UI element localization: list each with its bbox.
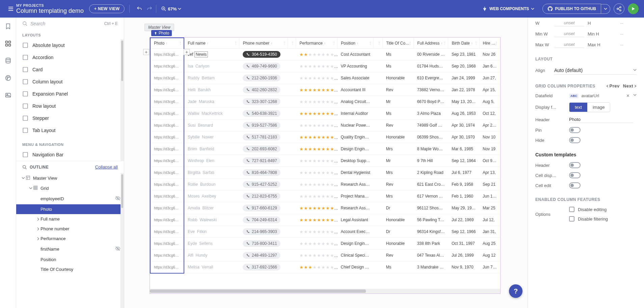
bookmark-icon[interactable] (5, 23, 11, 31)
address-cell[interactable]: 3 Mandrake Plaza (414, 261, 448, 273)
birth-cell[interactable]: Nov 9, 1970 (448, 261, 479, 273)
column-header[interactable]: ⋮ (288, 38, 296, 49)
outline-item[interactable]: Performance (16, 234, 124, 243)
title-cell[interactable]: Dr (383, 202, 414, 214)
sort-icon[interactable]: ↑ (357, 42, 358, 45)
title-cell[interactable]: Ms (383, 108, 414, 120)
name-cell[interactable]: Helli Barukh (184, 84, 239, 96)
table-row[interactable]: https://d3cg6cex… Winthrop Elen 727-921-… (150, 155, 500, 167)
outline-item[interactable]: Photo (16, 204, 124, 214)
column-header[interactable]: Phone number↑⋮ (239, 38, 288, 49)
publish-caret[interactable] (601, 4, 610, 14)
position-cell[interactable]: Design Engineer (338, 143, 374, 155)
perf-cell[interactable]: ★★★★★★★★ (296, 72, 338, 84)
h-field[interactable]: -- (607, 21, 637, 26)
position-cell[interactable]: Research Assista… (338, 179, 374, 190)
phone-cell[interactable]: 915-427-5252 (239, 179, 288, 190)
column-menu-icon[interactable]: ⋮ (368, 41, 372, 45)
tool-item[interactable]: Row layout (16, 100, 124, 112)
components-icon[interactable] (5, 40, 11, 48)
photo-cell[interactable]: https://d3cg6cex… (150, 72, 184, 84)
position-cell[interactable]: Research Assista… (338, 202, 374, 214)
column-menu-icon[interactable]: ⋮ (495, 41, 499, 45)
birth-cell[interactable]: Feb 1, 1960 (448, 190, 479, 202)
name-cell[interactable]: Ruddy Bettam (184, 72, 239, 84)
tool-item[interactable]: Accordion (16, 51, 124, 63)
image-icon[interactable] (5, 92, 11, 100)
perf-cell[interactable]: ★★★★★★★★ (296, 108, 338, 120)
birth-cell[interactable]: Jan 22, 1978 (448, 84, 479, 96)
photo-cell[interactable]: https://d3cg6cex… (150, 84, 184, 96)
tool-item[interactable]: Stepper (16, 112, 124, 124)
table-row[interactable]: https://d3cg6cex… Jade Maruska 323-307-1… (150, 96, 500, 108)
position-cell[interactable]: Account Executive (338, 226, 374, 238)
perf-cell[interactable]: ★★★★★★★★ (296, 238, 338, 250)
address-cell[interactable]: 8 Maple Wood P… (414, 143, 448, 155)
chevron-down-icon[interactable] (633, 93, 637, 97)
position-cell[interactable]: Internal Auditor (338, 108, 374, 120)
tool-item[interactable]: Navigation Bar (16, 149, 124, 161)
tool-item[interactable]: Absolute layout (16, 39, 124, 51)
address-cell[interactable]: 610 Evergreen T… (414, 72, 448, 84)
title-cell[interactable]: Mrs (383, 190, 414, 202)
table-row[interactable]: https://d3cg6cex… Melisa Verrall 317-692… (150, 261, 500, 273)
photo-cell[interactable]: https://d3cg6cex… (150, 131, 184, 143)
clear-icon[interactable]: ✕ (626, 93, 630, 98)
address-cell[interactable]: 56 Pawling Trail (414, 214, 448, 226)
perf-cell[interactable]: ★★★★★★★★ (296, 190, 338, 202)
photo-cell[interactable]: https://d3cg6cex… (150, 120, 184, 131)
tool-item[interactable]: Card (16, 63, 124, 76)
hire-cell[interactable]: Jun 1, 1 (479, 190, 500, 202)
position-cell[interactable]: Sales Associate (338, 72, 374, 84)
birth-cell[interactable]: Apr 30, 1970 (448, 131, 479, 143)
perf-cell[interactable]: ★★★★★★★★ (296, 84, 338, 96)
hire-cell[interactable]: Sep 21 (479, 179, 500, 190)
phone-cell[interactable]: 317-692-1566 (239, 261, 288, 273)
photo-cell[interactable]: https://d3cg6cex… (150, 250, 184, 261)
title-cell[interactable]: Rev (383, 179, 414, 190)
column-header[interactable]: Hire Da↑⋮ (479, 38, 500, 49)
position-cell[interactable]: Project Manager (338, 190, 374, 202)
position-cell[interactable]: Quality Engineer (338, 131, 374, 143)
next-button[interactable]: Next (623, 83, 637, 88)
birth-cell[interactable]: May 29, 1960 (448, 202, 479, 214)
phone-cell[interactable]: 517-781-2183 (239, 131, 288, 143)
hire-cell[interactable]: Apr 2, 2 (479, 120, 500, 131)
perf-cell[interactable]: ★★★★★★★★ (296, 250, 338, 261)
title-cell[interactable]: Ms (383, 49, 414, 60)
publish-button[interactable]: PUBLISH TO GITHUB (542, 4, 601, 14)
column-menu-icon[interactable]: ⋮ (283, 41, 286, 45)
table-row[interactable]: https://d3cg6cex… Brien Banfield 202-693… (150, 143, 500, 155)
ct-edit-toggle[interactable] (569, 182, 581, 188)
address-cell[interactable]: 96112 Shoshone… (414, 202, 448, 214)
table-row[interactable]: https://d3cg6cex… Susi Besnard 919-527-7… (150, 120, 500, 131)
photo-cell[interactable]: https://d3cg6cex… (150, 167, 184, 179)
table-row[interactable]: https://d3cg6cex… Isa Carlyon 469-749-96… (150, 60, 500, 72)
photo-cell[interactable]: https://d3cg6cex… (150, 226, 184, 238)
maxw-field[interactable]: unset (554, 41, 584, 48)
ct-cell-toggle[interactable] (569, 172, 581, 178)
phone-cell[interactable]: 919-527-7586 (239, 120, 288, 131)
photo-cell[interactable]: https://d3cg6cex… (150, 190, 184, 202)
phone-cell[interactable]: 540-638-3921 (239, 108, 288, 120)
phone-cell[interactable]: 202-693-6082 (239, 143, 288, 155)
column-menu-icon[interactable]: ⋮ (474, 41, 478, 45)
photo-cell[interactable]: https://d3cg6cex… (150, 143, 184, 155)
table-row[interactable]: https://d3cg6cex… Sybille Nower 517-781-… (150, 131, 500, 143)
title-cell[interactable]: Mr (383, 155, 414, 167)
photo-cell[interactable]: https://d3cg6cex… (150, 238, 184, 250)
perf-cell[interactable]: ★★★★★★★★ (296, 226, 338, 238)
name-cell[interactable]: Rollie Burdoun (184, 179, 239, 190)
address-cell[interactable]: 047 Texas Alley (414, 250, 448, 261)
outline-item[interactable]: Position (16, 255, 124, 264)
column-menu-icon[interactable]: ⋮ (291, 41, 294, 45)
address-cell[interactable]: 73882 Vernon Cr… (414, 84, 448, 96)
sort-icon[interactable]: ↑ (271, 42, 272, 45)
table-row[interactable]: https://d3cg6cex… Eyde Sellens 716-800-3… (150, 238, 500, 250)
address-cell[interactable]: 2 Kipling Road (414, 167, 448, 179)
name-cell[interactable]: Isa Carlyon (184, 60, 239, 72)
data-icon[interactable] (5, 57, 11, 65)
outline-item[interactable]: Phone number (16, 224, 124, 234)
title-cell[interactable]: Honorable (383, 131, 414, 143)
column-header[interactable]: Performance↑⋮ (296, 38, 338, 49)
